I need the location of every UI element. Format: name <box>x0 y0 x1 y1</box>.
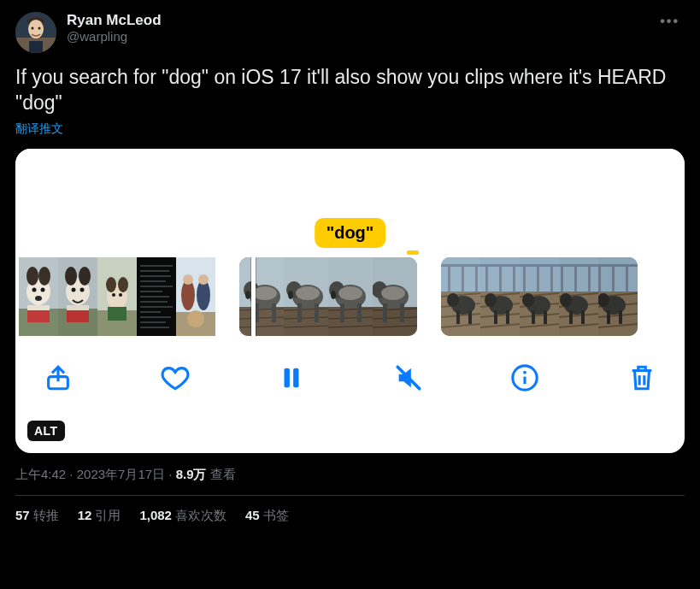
svg-rect-66 <box>284 307 328 336</box>
author-name: Ryan McLeod <box>67 12 162 29</box>
svg-rect-74 <box>315 303 319 322</box>
timeline-clip[interactable] <box>441 257 638 336</box>
svg-point-22 <box>80 287 85 292</box>
svg-point-64 <box>253 286 277 300</box>
svg-rect-103 <box>441 264 480 267</box>
svg-point-150 <box>560 293 572 307</box>
timeline-frame <box>176 257 215 336</box>
tweet-stats: 57转推 12引用 1,082喜欢次数 45书签 <box>15 508 685 524</box>
svg-rect-84 <box>340 303 344 322</box>
svg-rect-146 <box>561 264 563 292</box>
svg-point-13 <box>35 296 42 301</box>
svg-point-173 <box>524 371 527 374</box>
stat-quotes[interactable]: 12引用 <box>78 508 121 524</box>
svg-rect-106 <box>475 264 478 292</box>
svg-rect-138 <box>544 310 547 324</box>
media-whitespace: "dog" <box>15 149 685 255</box>
svg-rect-118 <box>485 264 488 292</box>
timeline-frame <box>373 257 417 336</box>
svg-point-72 <box>288 291 293 299</box>
info-icon[interactable] <box>506 359 544 397</box>
timeline-frame <box>598 257 638 336</box>
video-timeline[interactable] <box>15 255 685 339</box>
timeline-clip[interactable] <box>19 257 215 336</box>
speaker-mute-icon[interactable] <box>390 359 427 397</box>
author-block[interactable]: Ryan McLeod @warpling <box>67 12 162 44</box>
playhead[interactable] <box>251 257 256 336</box>
media-toolbar <box>15 339 685 417</box>
svg-rect-63 <box>272 303 276 322</box>
svg-point-61 <box>245 291 250 299</box>
svg-point-136 <box>522 293 534 307</box>
svg-rect-132 <box>523 264 526 292</box>
svg-rect-110 <box>468 310 472 324</box>
stat-retweets[interactable]: 57转推 <box>15 508 59 524</box>
search-chip: "dog" <box>315 218 386 248</box>
svg-rect-15 <box>27 305 50 310</box>
svg-rect-151 <box>569 310 573 324</box>
timeline-frame <box>441 257 480 336</box>
timeline-frame <box>284 257 328 336</box>
timeline-frame <box>239 257 284 336</box>
svg-rect-109 <box>456 310 460 324</box>
svg-point-108 <box>447 293 459 307</box>
svg-rect-24 <box>67 305 89 310</box>
svg-point-21 <box>72 287 76 292</box>
timeline-frame <box>480 257 520 336</box>
timeline-frame <box>58 257 97 336</box>
svg-rect-147 <box>574 264 577 292</box>
svg-rect-166 <box>619 310 622 324</box>
svg-rect-139 <box>559 257 598 292</box>
share-icon[interactable] <box>39 359 77 397</box>
svg-point-53 <box>187 310 204 327</box>
svg-rect-162 <box>626 264 628 292</box>
media-card[interactable]: "dog" <box>15 149 685 453</box>
translate-link[interactable]: 翻译推文 <box>15 121 685 137</box>
svg-point-75 <box>296 286 320 300</box>
svg-point-32 <box>119 293 122 297</box>
svg-rect-95 <box>400 303 404 322</box>
svg-point-12 <box>41 287 45 292</box>
svg-point-83 <box>331 291 336 299</box>
views-count: 8.9万 <box>176 467 207 481</box>
views-label: 查看 <box>207 467 236 481</box>
more-button[interactable]: ••• <box>655 12 685 31</box>
svg-rect-145 <box>559 264 598 267</box>
svg-point-11 <box>32 287 37 292</box>
svg-point-29 <box>118 277 128 292</box>
svg-rect-153 <box>598 257 638 292</box>
timeline-frame <box>520 257 559 336</box>
svg-rect-165 <box>607 310 610 324</box>
pause-icon[interactable] <box>273 359 310 397</box>
avatar[interactable] <box>15 12 56 53</box>
trash-icon[interactable] <box>623 359 661 397</box>
svg-rect-152 <box>581 310 585 324</box>
svg-rect-85 <box>357 303 362 322</box>
svg-rect-73 <box>297 303 302 322</box>
svg-point-19 <box>65 267 77 286</box>
alt-badge[interactable]: ALT <box>27 421 65 441</box>
svg-point-9 <box>26 267 38 286</box>
tweet-time[interactable]: 上午4:42 <box>15 467 66 481</box>
timeline-frame <box>137 257 176 336</box>
svg-rect-169 <box>293 368 298 387</box>
svg-point-20 <box>79 267 91 286</box>
svg-point-31 <box>112 293 115 297</box>
svg-rect-161 <box>612 264 615 292</box>
chip-tick-marker <box>407 250 419 255</box>
svg-point-5 <box>38 27 41 30</box>
stat-likes[interactable]: 1,082喜欢次数 <box>139 508 226 524</box>
svg-rect-148 <box>588 264 591 292</box>
svg-rect-97 <box>441 257 480 292</box>
svg-rect-123 <box>494 310 497 324</box>
tweet-container: Ryan McLeod @warpling ••• If you search … <box>0 0 700 524</box>
svg-point-50 <box>183 274 193 285</box>
svg-rect-3 <box>29 41 43 53</box>
svg-rect-124 <box>506 310 509 324</box>
tweet-date[interactable]: 2023年7月17日 <box>77 467 165 481</box>
timeline-clip[interactable] <box>239 257 417 336</box>
svg-point-10 <box>38 267 50 286</box>
heart-icon[interactable] <box>156 359 194 397</box>
stat-bookmarks[interactable]: 45书签 <box>245 508 289 524</box>
svg-rect-94 <box>383 303 387 322</box>
